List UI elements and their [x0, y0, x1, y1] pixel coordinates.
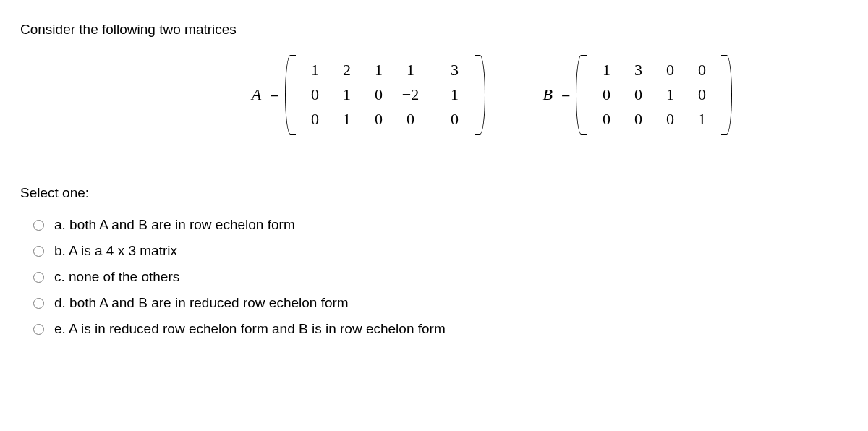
matrix-cell: 0 [622, 110, 654, 129]
matrix-cell: 0 [654, 110, 686, 129]
augment-divider [433, 55, 433, 135]
matrix-b-paren: 1 3 0 0 0 0 1 0 0 0 0 1 [576, 55, 732, 135]
matrix-cell: 0 [439, 110, 471, 129]
matrix-cell: 1 [331, 110, 363, 129]
matrix-cell: 0 [622, 85, 654, 104]
matrix-a-paren: 1 2 1 1 0 1 0 −2 0 1 0 0 3 1 0 [285, 55, 485, 135]
matrix-cell: 0 [686, 61, 718, 80]
matrix-a-label: A [252, 85, 261, 104]
matrix-cell: 0 [363, 110, 395, 129]
matrix-cell: 2 [331, 61, 363, 80]
matrix-a-block: A = 1 2 1 1 0 1 0 −2 0 1 0 0 [252, 55, 485, 135]
matrix-a-main: 1 2 1 1 0 1 0 −2 0 1 0 0 [295, 55, 431, 135]
matrix-cell: 0 [590, 110, 622, 129]
option-a-label: a. both A and B are in row echelon form [54, 217, 295, 233]
options-list: a. both A and B are in row echelon form … [20, 217, 848, 337]
radio-icon[interactable] [33, 220, 44, 231]
matrix-cell: 0 [686, 85, 718, 104]
matrix-cell: 1 [686, 110, 718, 129]
radio-icon[interactable] [33, 272, 44, 283]
matrix-b-label: B [543, 85, 553, 104]
option-b[interactable]: b. A is a 4 x 3 matrix [33, 243, 848, 259]
matrix-cell: 1 [299, 61, 331, 80]
matrix-cell: 1 [395, 61, 427, 80]
radio-icon[interactable] [33, 298, 44, 309]
option-e[interactable]: e. A is in reduced row echelon form and … [33, 321, 848, 337]
matrix-b-main: 1 3 0 0 0 0 1 0 0 0 0 1 [586, 55, 722, 135]
equals-sign: = [270, 85, 278, 104]
matrix-a-aug: 3 1 0 [435, 55, 475, 135]
matrix-cell: 3 [622, 61, 654, 80]
matrix-cell: 0 [299, 85, 331, 104]
option-c-label: c. none of the others [54, 269, 179, 285]
option-c[interactable]: c. none of the others [33, 269, 848, 285]
matrix-cell: 1 [363, 61, 395, 80]
matrix-cell: 1 [590, 61, 622, 80]
matrices-row: A = 1 2 1 1 0 1 0 −2 0 1 0 0 [136, 55, 848, 135]
matrix-b-block: B = 1 3 0 0 0 0 1 0 0 0 0 1 [543, 55, 733, 135]
matrix-cell: 1 [331, 85, 363, 104]
question-text: Consider the following two matrices [20, 22, 848, 38]
option-e-label: e. A is in reduced row echelon form and … [54, 321, 446, 337]
matrix-cell: −2 [395, 85, 427, 104]
matrix-cell: 0 [590, 85, 622, 104]
paren-left [285, 55, 295, 135]
matrix-cell: 0 [654, 61, 686, 80]
matrix-cell: 3 [439, 61, 471, 80]
paren-right [475, 55, 485, 135]
radio-icon[interactable] [33, 246, 44, 257]
select-one-label: Select one: [20, 185, 848, 201]
equals-sign: = [561, 85, 570, 104]
matrix-cell: 0 [395, 110, 427, 129]
paren-right [722, 55, 732, 135]
matrix-cell: 0 [299, 110, 331, 129]
paren-left [576, 55, 586, 135]
matrix-cell: 1 [654, 85, 686, 104]
option-d-label: d. both A and B are in reduced row echel… [54, 295, 349, 311]
radio-icon[interactable] [33, 324, 44, 335]
option-b-label: b. A is a 4 x 3 matrix [54, 243, 177, 259]
option-d[interactable]: d. both A and B are in reduced row echel… [33, 295, 848, 311]
option-a[interactable]: a. both A and B are in row echelon form [33, 217, 848, 233]
matrix-cell: 1 [439, 85, 471, 104]
question-container: Consider the following two matrices A = … [0, 0, 868, 369]
matrix-cell: 0 [363, 85, 395, 104]
